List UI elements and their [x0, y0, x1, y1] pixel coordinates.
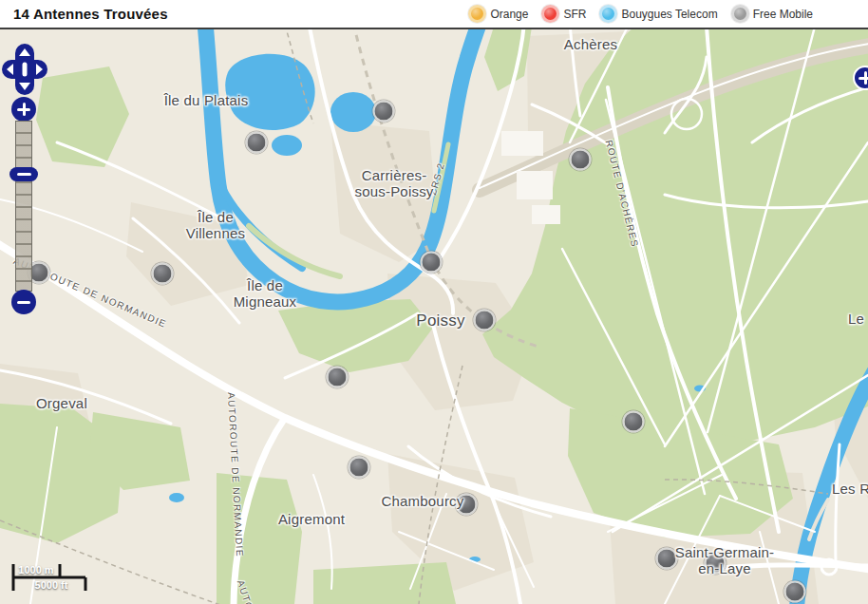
- pan-compass-icon: [1, 43, 48, 96]
- page-title: 14 Antennes Trouvées: [13, 6, 168, 22]
- legend-item-orange[interactable]: Orange: [467, 8, 528, 21]
- plus-icon: [17, 103, 30, 116]
- antenna-marker-5[interactable]: [474, 310, 496, 331]
- operator-color-dot: [734, 8, 746, 20]
- antenna-marker-7[interactable]: [152, 263, 174, 285]
- legend-item-free-mobile[interactable]: Free Mobile: [730, 8, 813, 21]
- antenna-marker-2[interactable]: [373, 101, 395, 123]
- header: 14 Antennes Trouvées OrangeSFRBouygues T…: [0, 0, 868, 29]
- legend-item-sfr[interactable]: SFR: [540, 8, 586, 21]
- legend-label: SFR: [563, 8, 586, 21]
- legend-label: Orange: [490, 8, 528, 21]
- legend-label: Free Mobile: [753, 8, 813, 21]
- antenna-marker-11[interactable]: [623, 411, 645, 433]
- zoom-out-button[interactable]: [11, 290, 36, 314]
- antenna-map-app: AUTOROUTE DE NORMANDIEAUTOROUTE DE NORMA…: [0, 0, 868, 604]
- legend-item-bouygues-telecom[interactable]: Bouygues Telecom: [598, 8, 717, 21]
- plus-icon: [859, 71, 868, 85]
- operator-legend: OrangeSFRBouygues TelecomFree Mobile: [467, 8, 813, 21]
- basemap: [0, 0, 868, 604]
- antenna-marker-1[interactable]: [246, 132, 268, 154]
- antenna-marker-10[interactable]: [456, 494, 478, 516]
- minus-icon: [17, 295, 30, 309]
- antenna-marker-4[interactable]: [421, 252, 443, 274]
- map-canvas[interactable]: AUTOROUTE DE NORMANDIEAUTOROUTE DE NORMA…: [0, 0, 868, 604]
- map-pan-control[interactable]: [1, 43, 48, 96]
- zoom-control: [0, 93, 47, 321]
- antenna-marker-3[interactable]: [570, 149, 592, 171]
- pan-center-handle[interactable]: [23, 63, 28, 77]
- antenna-marker-8[interactable]: [327, 367, 349, 388]
- legend-label: Bouygues Telecom: [621, 8, 717, 21]
- antenna-marker-13[interactable]: [705, 553, 726, 575]
- zoom-slider-handle[interactable]: [9, 167, 38, 181]
- operator-color-dot: [602, 8, 614, 20]
- antenna-marker-9[interactable]: [349, 457, 370, 479]
- operator-color-dot: [544, 8, 557, 20]
- zoom-slider-track[interactable]: [15, 121, 32, 292]
- antenna-marker-12[interactable]: [656, 548, 678, 570]
- antenna-marker-14[interactable]: [784, 581, 806, 603]
- zoom-in-button[interactable]: [11, 97, 36, 122]
- operator-color-dot: [471, 8, 483, 20]
